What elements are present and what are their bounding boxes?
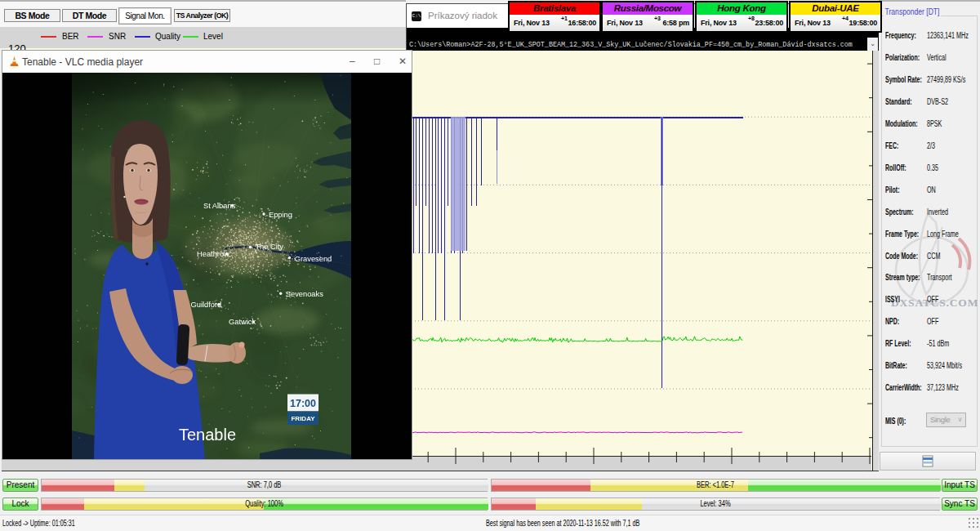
svg-text:Gravesend: Gravesend (295, 255, 332, 263)
svg-text:Epping: Epping (269, 211, 292, 219)
svg-text:Tenable: Tenable (179, 426, 236, 444)
svg-text:Sevenoaks: Sevenoaks (286, 290, 323, 298)
svg-text:St Albans: St Albans (203, 202, 236, 210)
svg-text:Gatwick: Gatwick (229, 318, 256, 326)
svg-text:FRIDAY: FRIDAY (291, 415, 315, 422)
svg-text:Heathrow: Heathrow (197, 250, 229, 258)
svg-text:17:00: 17:00 (290, 398, 316, 409)
svg-text:The City: The City (255, 243, 283, 251)
svg-text:Guildford: Guildford (191, 301, 222, 309)
